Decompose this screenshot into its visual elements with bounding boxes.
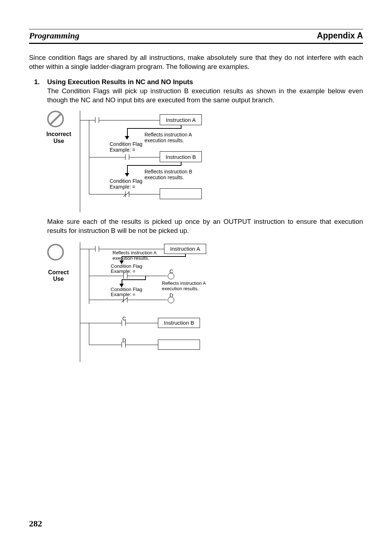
ok-icon [47,244,64,260]
ex-label-4: Example: = [111,292,135,297]
ex-label-3: Example: = [111,268,135,274]
diagram-correct: Correct Use Instruction A Reflects instr… [47,242,363,362]
page-header: Programming Appendix A [29,29,363,43]
box-empty-2 [158,340,200,350]
label-instruction-a: Instruction A [166,117,196,123]
side-label-incorrect: Incorrect Use [44,131,73,144]
arrow-down-icon [125,173,129,177]
box-instruction-a: Instruction A [160,114,202,125]
ex-label-1: Example: = [110,147,135,153]
label-instruction-b: Instruction B [166,154,196,160]
label-instruction-a2: Instruction A [170,246,200,252]
header-right: Appendix A [317,31,363,41]
box-instruction-a2: Instruction A [164,244,206,254]
output-coil-d [168,297,174,303]
side-label-correct: Correct Use [46,269,71,283]
note-reflects-b: Reflects instruction B execution results… [144,169,192,180]
page-number: 282 [29,519,42,529]
page: Programming Appendix A Since condition f… [0,0,392,554]
header-left: Programming [29,31,79,41]
list-item-1: 1. Using Execution Results in NC and NO … [29,78,363,105]
arrow-down-icon [125,136,129,140]
diagram-incorrect: Incorrect Use Instruction A Reflects ins… [47,111,363,212]
output-coil-c [168,273,174,279]
box-empty-1 [160,188,202,199]
cf-label-2: Condition Flag [110,178,142,184]
label-instruction-b2: Instruction B [164,320,194,326]
box-instruction-b2: Instruction B [158,318,200,328]
mid-paragraph: Make sure each of the results is picked … [47,217,363,235]
item-number: 1. [29,78,47,105]
prohibited-icon [47,111,64,127]
box-instruction-b: Instruction B [160,151,202,162]
note-reflects-a2: Reflects instruction A execution results… [113,250,156,261]
ex-label-2: Example: = [110,184,135,190]
item-text: The Condition Flags will pick up instruc… [47,87,363,105]
rule-top-thick [29,43,363,44]
cf-label-1: Condition Flag [110,141,142,147]
note-reflects-a3: Reflects instruction A execution results… [162,281,206,292]
intro-paragraph: Since condition flags are shared by all … [29,53,363,71]
note-reflects-a: Reflects instruction A execution results… [144,132,192,143]
item-title: Using Execution Results in NC and NO Inp… [47,78,193,86]
